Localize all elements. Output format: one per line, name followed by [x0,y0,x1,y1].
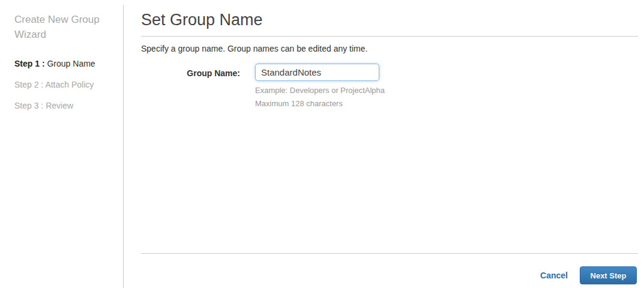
page-title: Set Group Name [141,0,638,37]
group-name-input[interactable] [255,64,379,81]
sidebar-step-2[interactable]: Step 2 : Attach Policy [14,80,116,89]
sidebar-divider [123,5,124,288]
step-1-prefix: Step 1 : [14,59,47,68]
wizard-sidebar: Create New Group Wizard Step 1 : Group N… [0,0,123,288]
step-1-label: Group Name [47,59,95,68]
cancel-button[interactable]: Cancel [540,271,568,280]
main-panel: Set Group Name Specify a group name. Gro… [141,0,638,109]
group-name-row: Group Name: Example: Developers or Proje… [141,64,638,109]
page-description: Specify a group name. Group names can be… [141,44,638,53]
footer-actions: Cancel Next Step [540,266,637,284]
footer-divider [141,253,638,254]
group-name-hint-example: Example: Developers or ProjectAlpha [255,85,385,96]
step-3-prefix: Step 3 : [14,101,46,110]
group-name-label: Group Name: [141,64,240,78]
sidebar-step-1[interactable]: Step 1 : Group Name [14,59,116,68]
step-2-label: Attach Policy [45,80,94,89]
step-3-label: Review [46,101,73,110]
sidebar-step-3[interactable]: Step 3 : Review [14,101,116,110]
next-step-button[interactable]: Next Step [580,266,637,284]
wizard-title: Create New Group Wizard [14,12,116,42]
group-name-hint-max: Maximum 128 characters [255,98,385,109]
group-name-field-wrap: Example: Developers or ProjectAlpha Maxi… [255,64,385,109]
step-2-prefix: Step 2 : [14,80,45,89]
